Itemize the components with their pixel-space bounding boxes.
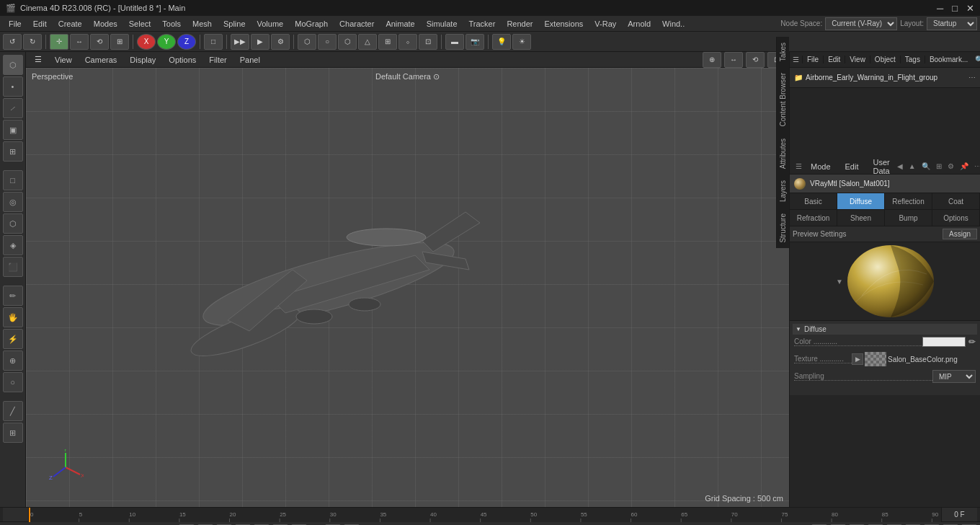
array-tool[interactable]: ⊞ [378, 34, 397, 50]
tab-diffuse[interactable]: Diffuse [837, 193, 885, 209]
viewport-controls[interactable]: ⊕ ↔ ⟲ ⊡ [703, 52, 786, 68]
undo-button[interactable]: ↺ [3, 34, 22, 50]
measure-tool[interactable]: ╱ [3, 401, 23, 421]
tab-layers[interactable]: Layers [777, 175, 789, 208]
titlebar-controls[interactable]: ─ □ ✕ [937, 3, 974, 14]
viewport-menu-toggle[interactable]: ☰ [29, 53, 48, 66]
panel-view-menu[interactable]: View [845, 56, 870, 63]
tab-reflection[interactable]: Reflection [885, 193, 932, 209]
select-loop[interactable]: ⬡ [3, 213, 23, 234]
timeline-ruler[interactable]: 0 5 10 15 20 25 30 35 40 45 50 55 60 [29, 508, 941, 522]
tab-basic[interactable]: Basic [790, 193, 837, 209]
camera-tool[interactable]: 📷 [466, 34, 484, 50]
cone-tool[interactable]: △ [358, 34, 377, 50]
attr-menu-btn[interactable]: ☰ [793, 162, 805, 170]
light-tool[interactable]: 💡 [492, 34, 511, 50]
cube-tool[interactable]: ⬡ [298, 34, 316, 50]
menu-modes[interactable]: Modes [88, 18, 123, 30]
viewport-view[interactable]: View [49, 54, 78, 66]
axis-x[interactable]: X [137, 34, 156, 50]
menu-wind[interactable]: Wind.. [656, 18, 690, 30]
color-swatch[interactable] [922, 337, 966, 347]
axis-y[interactable]: Y [157, 34, 176, 50]
transform-tool[interactable]: ⊞ [110, 34, 129, 50]
knife-tool[interactable]: ⚡ [3, 329, 23, 349]
attr-expand[interactable]: ⋯ [973, 162, 980, 170]
close-button[interactable]: ✕ [966, 3, 974, 14]
sculpt-tool[interactable]: 🖐 [3, 307, 23, 327]
panel-file-menu[interactable]: File [803, 56, 824, 63]
panel-menu-btn[interactable]: ☰ [790, 56, 803, 63]
node-space-select[interactable]: Current (V-Ray) [825, 17, 897, 30]
edge-mode[interactable]: ⟋ [3, 98, 23, 118]
tab-attributes[interactable]: Attributes [777, 133, 789, 175]
menu-mesh[interactable]: Mesh [187, 18, 218, 30]
select-rect[interactable]: □ [3, 170, 23, 190]
menu-select[interactable]: Select [123, 18, 157, 30]
menu-tools[interactable]: Tools [156, 18, 187, 30]
viewport-panel[interactable]: Panel [234, 54, 266, 66]
panel-search-icon[interactable]: 🔍 [972, 56, 980, 63]
magnet-tool[interactable]: ⊕ [3, 350, 23, 371]
menu-tracker[interactable]: Tracker [463, 18, 502, 30]
viewport[interactable]: X Y Z Perspective Default Camera ⊙ Grid … [26, 68, 789, 507]
assign-button[interactable]: Assign [943, 229, 977, 239]
scale-tool[interactable]: ⟲ [90, 34, 109, 50]
attr-search[interactable]: 🔍 [920, 162, 932, 170]
menu-animate[interactable]: Animate [380, 18, 420, 30]
viewport-display[interactable]: Display [124, 54, 161, 66]
attr-userdata[interactable]: User Data [870, 156, 893, 177]
layout-select[interactable]: Startup [927, 17, 977, 30]
tab-coat[interactable]: Coat [932, 193, 980, 209]
diffuse-section-header[interactable]: ▼ Diffuse [793, 324, 977, 335]
tab-refraction[interactable]: Refraction [790, 210, 837, 226]
attr-pin[interactable]: 📌 [958, 162, 970, 170]
tab-options[interactable]: Options [932, 210, 980, 226]
area-light[interactable]: ☀ [512, 34, 531, 50]
brush-tool[interactable]: ○ [3, 372, 23, 392]
viewport-ctrl-2[interactable]: ↔ [724, 52, 743, 68]
snap-tool[interactable]: ⊞ [3, 423, 23, 443]
attr-settings[interactable]: ⚙ [946, 162, 956, 170]
viewport-ctrl-1[interactable]: ⊕ [703, 52, 721, 68]
object-expand[interactable]: ⋯ [968, 74, 976, 81]
menu-create[interactable]: Create [53, 18, 88, 30]
minimize-button[interactable]: ─ [937, 3, 943, 14]
viewport-cameras[interactable]: Cameras [79, 54, 123, 66]
move-tool[interactable]: ✛ [50, 34, 68, 50]
sampling-select[interactable]: MIP [932, 370, 976, 383]
panel-edit-menu[interactable]: Edit [824, 56, 845, 63]
axis-z[interactable]: Z [177, 34, 196, 50]
boole-tool[interactable]: ⬦ [398, 34, 417, 50]
attr-filter[interactable]: ⊞ [935, 162, 943, 170]
rotate-tool[interactable]: ↔ [70, 34, 89, 50]
sphere-tool[interactable]: ○ [318, 34, 337, 50]
panel-object-menu[interactable]: Object [870, 56, 901, 63]
menu-file[interactable]: File [3, 18, 27, 30]
render-settings[interactable]: ⚙ [271, 34, 290, 50]
render-region[interactable]: ▶▶ [231, 34, 249, 50]
menu-edit[interactable]: Edit [27, 18, 53, 30]
point-mode[interactable]: • [3, 76, 23, 97]
cylinder-tool[interactable]: ⬡ [338, 34, 357, 50]
menu-spline[interactable]: Spline [218, 18, 251, 30]
attr-back[interactable]: ◀ [896, 162, 904, 170]
redo-button[interactable]: ↻ [23, 34, 42, 50]
model-mode[interactable]: ⬡ [3, 55, 23, 75]
tab-content[interactable]: Content Browser [777, 67, 789, 132]
extrude-tool[interactable]: ⊡ [419, 34, 437, 50]
uv-mode[interactable]: ⊞ [3, 141, 23, 162]
attr-up[interactable]: ▲ [907, 162, 917, 170]
select-tool[interactable]: □ [204, 34, 223, 50]
select-ring[interactable]: ◈ [3, 235, 23, 255]
paint-tool[interactable]: ✏ [3, 286, 23, 306]
menu-mograph[interactable]: MoGraph [289, 18, 334, 30]
tab-bump[interactable]: Bump [885, 210, 932, 226]
viewport-options[interactable]: Options [163, 54, 202, 66]
select-live[interactable]: ◎ [3, 192, 23, 212]
menu-volume[interactable]: Volume [251, 18, 290, 30]
select-fill[interactable]: ⬛ [3, 257, 23, 277]
menu-extensions[interactable]: Extensions [538, 18, 589, 30]
texture-expand[interactable]: ▶ [852, 353, 863, 365]
render-active[interactable]: ▶ [251, 34, 270, 50]
